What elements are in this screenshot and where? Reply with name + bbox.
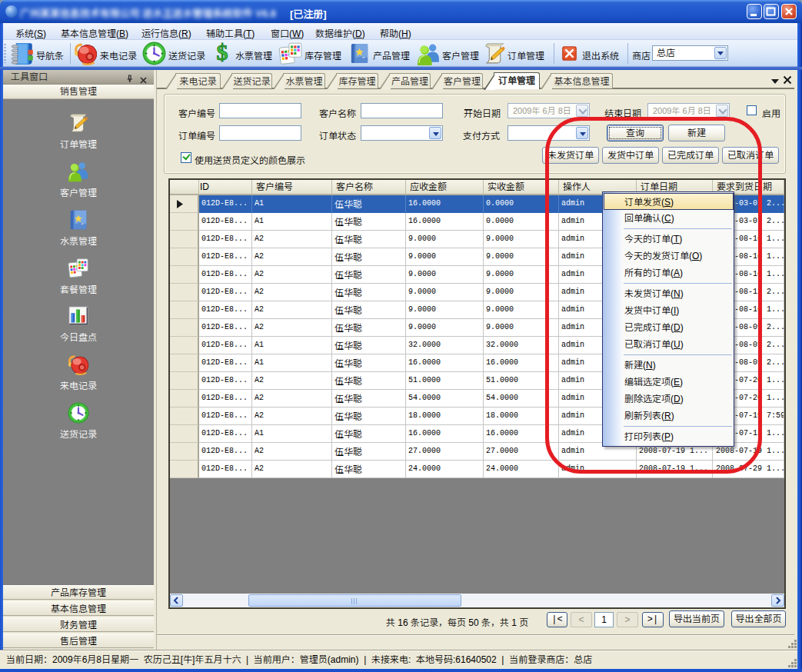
svg-text:$: $ [217,41,228,64]
